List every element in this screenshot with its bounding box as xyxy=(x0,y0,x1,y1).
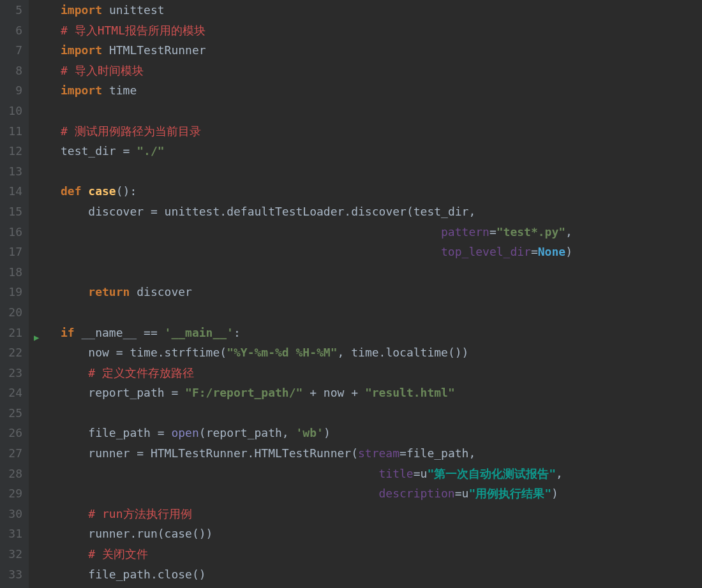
code-token: : xyxy=(234,326,241,339)
code-token: u xyxy=(462,487,469,500)
code-token: = xyxy=(455,487,462,500)
line-number: 23 xyxy=(0,363,22,383)
code-token: discover xyxy=(137,285,192,298)
code-line[interactable] xyxy=(61,403,702,423)
code-token: unittest.defaultTestLoader.discover(test… xyxy=(165,205,476,218)
code-line[interactable] xyxy=(61,262,702,283)
code-token: # 导入HTML报告所用的模块 xyxy=(61,24,205,37)
code-token: , xyxy=(565,225,572,239)
code-token: = xyxy=(158,426,172,439)
code-token: '__main__' xyxy=(165,326,234,339)
code-token: discover xyxy=(88,205,151,218)
code-token: report_path xyxy=(206,426,282,439)
code-token: runner xyxy=(88,446,137,460)
code-line[interactable]: # run方法执行用例 xyxy=(61,504,702,524)
code-line[interactable]: return discover xyxy=(61,282,702,302)
code-token: if xyxy=(61,326,82,339)
code-line[interactable]: # 定义文件存放路径 xyxy=(61,363,702,383)
code-token: import xyxy=(61,43,102,57)
code-token: , xyxy=(556,467,563,480)
code-line[interactable]: test_dir = "./" xyxy=(61,141,702,161)
code-token: = xyxy=(151,205,165,218)
code-token: # run方法执行用例 xyxy=(88,507,191,520)
code-token: HTMLTestRunner xyxy=(109,43,206,57)
code-token: now xyxy=(324,386,345,399)
code-token xyxy=(102,43,109,57)
code-line[interactable]: def case(): xyxy=(61,181,702,202)
code-line[interactable] xyxy=(61,101,702,121)
code-token xyxy=(61,487,379,500)
code-token xyxy=(61,366,88,379)
code-token xyxy=(61,446,88,460)
code-line[interactable]: discover = unittest.defaultTestLoader.di… xyxy=(61,202,702,222)
line-number: 19 xyxy=(0,282,22,302)
code-token xyxy=(61,285,88,298)
code-line[interactable]: # 关闭文件 xyxy=(61,544,702,564)
code-token: == xyxy=(144,326,165,339)
code-token: def xyxy=(61,184,88,198)
line-number: 8 xyxy=(0,61,22,81)
code-token: runner.run(case()) xyxy=(88,527,213,540)
code-token: = xyxy=(489,225,497,239)
code-line[interactable]: runner.run(case()) xyxy=(61,524,702,544)
line-number-gutter: 5678910111213141516171819202122232425262… xyxy=(0,0,29,588)
code-line[interactable]: if __name__ == '__main__': xyxy=(61,323,702,343)
code-token xyxy=(102,84,109,97)
code-editor[interactable]: 5678910111213141516171819202122232425262… xyxy=(0,0,702,588)
line-number: 15 xyxy=(0,202,22,222)
code-token: description xyxy=(379,487,455,500)
code-token xyxy=(61,467,379,480)
line-number: 33 xyxy=(0,564,22,585)
code-line[interactable]: # 测试用例路径为当前目录 xyxy=(61,121,702,142)
code-line[interactable]: import unittest xyxy=(61,0,702,20)
code-line[interactable]: import HTMLTestRunner xyxy=(61,40,702,61)
code-token: = xyxy=(123,144,137,158)
code-token: = xyxy=(414,467,421,480)
code-area[interactable]: import unittest# 导入HTML报告所用的模块import HTM… xyxy=(61,0,702,588)
line-number: 18 xyxy=(0,262,22,283)
code-token: u xyxy=(421,467,428,480)
line-number: 9 xyxy=(0,80,22,101)
code-line[interactable]: runner = HTMLTestRunner.HTMLTestRunner(s… xyxy=(61,443,702,464)
code-line[interactable]: report_path = "F:/report_path/" + now + … xyxy=(61,383,702,403)
code-token: file_path xyxy=(88,426,157,439)
line-number: 27 xyxy=(0,443,22,464)
code-line[interactable]: pattern="test*.py", xyxy=(61,222,702,242)
code-line[interactable]: # 导入时间模块 xyxy=(61,61,702,81)
code-token: = xyxy=(171,386,185,399)
code-token: time.strftime( xyxy=(130,346,227,359)
code-token xyxy=(61,245,441,258)
line-number: 28 xyxy=(0,464,22,484)
code-token xyxy=(61,568,88,581)
code-line[interactable]: description=u"用例执行结果") xyxy=(61,483,702,504)
code-line[interactable] xyxy=(61,161,702,182)
code-line[interactable] xyxy=(61,302,702,323)
code-token: ) xyxy=(324,426,331,439)
code-token: test_dir xyxy=(61,144,123,158)
code-token xyxy=(61,225,441,239)
code-line[interactable]: file_path.close() xyxy=(61,564,702,585)
code-token: time.localtime()) xyxy=(351,346,468,359)
line-number: 20 xyxy=(0,302,22,323)
code-token xyxy=(61,205,88,218)
marker-column: ▶ xyxy=(29,0,61,588)
code-line[interactable]: title=u"第一次自动化测试报告", xyxy=(61,464,702,484)
run-gutter-icon[interactable]: ▶ xyxy=(34,328,39,348)
code-token xyxy=(61,507,88,520)
code-line[interactable]: top_level_dir=None) xyxy=(61,242,702,262)
code-token: + xyxy=(302,386,324,399)
line-number: 10 xyxy=(0,101,22,121)
line-number: 25 xyxy=(0,403,22,423)
code-line[interactable]: import time xyxy=(61,80,702,101)
code-line[interactable]: # 导入HTML报告所用的模块 xyxy=(61,20,702,41)
line-number: 16 xyxy=(0,222,22,242)
line-number: 32 xyxy=(0,544,22,564)
code-line[interactable]: now = time.strftime("%Y-%m-%d %H-%M", ti… xyxy=(61,342,702,363)
code-token: case xyxy=(88,184,116,198)
code-line[interactable]: file_path = open(report_path, 'wb') xyxy=(61,423,702,443)
code-token: file_path.close() xyxy=(88,568,205,581)
line-number: 26 xyxy=(0,423,22,443)
code-token: open xyxy=(171,426,198,439)
line-number: 17 xyxy=(0,242,22,262)
code-token: , xyxy=(282,426,296,439)
